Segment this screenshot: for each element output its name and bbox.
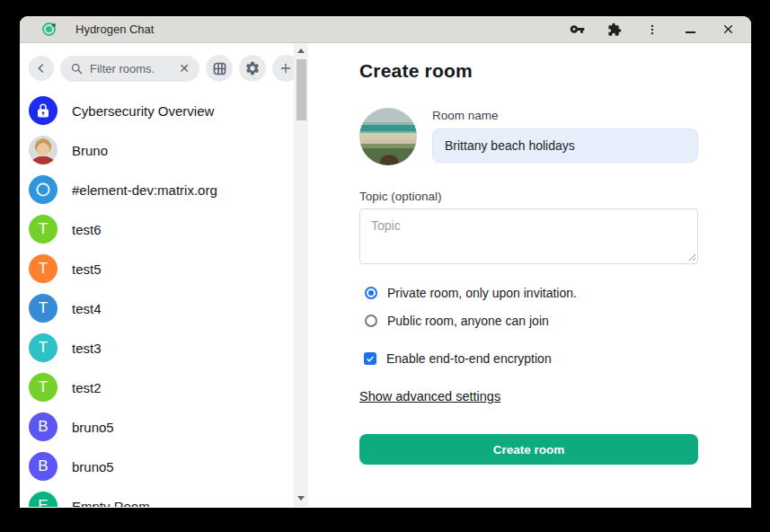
- scrollbar-thumb[interactable]: [296, 59, 306, 120]
- scroll-down-icon[interactable]: [297, 496, 305, 501]
- room-avatar: T: [29, 373, 58, 402]
- title-bar: Hydrogen Chat: [20, 16, 751, 43]
- encryption-checkbox: [364, 352, 376, 365]
- room-list-item[interactable]: T test4: [20, 288, 308, 328]
- show-advanced-settings-link[interactable]: Show advanced settings: [359, 389, 500, 403]
- room-list-item[interactable]: B bruno5: [20, 407, 308, 447]
- room-list-item[interactable]: T test2: [20, 368, 308, 407]
- key-icon[interactable]: [569, 22, 585, 38]
- room-avatar: T: [29, 294, 58, 323]
- create-room-button[interactable]: Create room: [359, 434, 698, 465]
- topic-input[interactable]: [359, 208, 698, 264]
- room-list: Cybersecurity Overview Bruno #element-de…: [20, 91, 308, 507]
- room-name-text: Empty Room: [72, 499, 150, 508]
- room-avatar: T: [29, 333, 58, 362]
- room-list-item[interactable]: T test3: [20, 328, 308, 368]
- room-name-text: test3: [72, 341, 102, 356]
- plus-icon: [279, 61, 293, 75]
- topic-label: Topic (optional): [359, 189, 698, 204]
- window-title: Hydrogen Chat: [75, 22, 154, 36]
- app-window: Hydrogen Chat: [20, 16, 751, 508]
- extensions-icon[interactable]: [606, 22, 623, 38]
- room-avatar: T: [29, 254, 58, 283]
- filter-rooms-placeholder: Filter rooms.: [90, 62, 173, 75]
- room-name-text: test4: [72, 301, 102, 316]
- filter-rooms-input[interactable]: Filter rooms. ✕: [60, 56, 199, 82]
- radio-private: [365, 287, 377, 299]
- room-list-item[interactable]: T test5: [20, 249, 308, 288]
- sidebar: Filter rooms. ✕ Cybersecurity Overview B…: [20, 43, 308, 507]
- scroll-up-icon[interactable]: [297, 49, 305, 53]
- sidebar-scrollbar[interactable]: [294, 43, 308, 507]
- room-name-text: bruno5: [72, 459, 114, 474]
- gear-icon: [244, 60, 261, 76]
- room-avatar: [29, 136, 58, 164]
- settings-button[interactable]: [239, 55, 266, 82]
- grid-view-button[interactable]: [206, 55, 233, 82]
- room-list-item[interactable]: #element-dev:matrix.org: [20, 170, 308, 209]
- room-avatar: B: [29, 452, 58, 481]
- room-name-text: Cybersecurity Overview: [72, 103, 214, 119]
- room-avatar: E: [29, 492, 58, 507]
- room-list-item[interactable]: B bruno5: [20, 447, 308, 486]
- page-title: Create room: [359, 59, 698, 83]
- room-name-text: Bruno: [72, 143, 108, 158]
- resize-handle-icon[interactable]: [687, 253, 696, 262]
- room-list-item[interactable]: T test6: [20, 209, 308, 249]
- privacy-options: Private room, only upon invitation. Publ…: [359, 284, 698, 330]
- back-button[interactable]: [29, 56, 54, 81]
- room-avatar: B: [29, 412, 58, 441]
- room-list-item[interactable]: Bruno: [20, 130, 308, 170]
- privacy-option-private[interactable]: Private room, only upon invitation.: [365, 284, 698, 302]
- encryption-option[interactable]: Enable end-to-end encryption: [359, 350, 698, 368]
- privacy-option-public[interactable]: Public room, anyone can join: [365, 312, 698, 330]
- room-avatar-picker[interactable]: [359, 108, 417, 165]
- room-list-item[interactable]: E Empty Room: [20, 486, 308, 507]
- create-room-panel: Create room Room name Topic (optional) P…: [308, 43, 751, 507]
- room-list-item[interactable]: Cybersecurity Overview: [20, 91, 308, 130]
- hydrogen-logo-icon: [42, 22, 56, 36]
- room-avatar: T: [29, 215, 58, 244]
- room-avatar: [29, 96, 58, 125]
- room-name-text: #element-dev:matrix.org: [72, 182, 217, 198]
- menu-kebab-icon[interactable]: [644, 22, 660, 38]
- room-name-label: Room name: [432, 108, 698, 123]
- room-name-input[interactable]: [432, 129, 698, 163]
- clear-filter-icon[interactable]: ✕: [179, 62, 190, 75]
- close-button[interactable]: [720, 22, 736, 38]
- room-name-text: test6: [72, 222, 102, 237]
- minimize-button[interactable]: [682, 22, 698, 38]
- search-icon: [70, 62, 84, 75]
- sidebar-header: Filter rooms. ✕: [20, 43, 308, 92]
- room-name-text: test2: [72, 380, 102, 395]
- room-avatar: [29, 175, 58, 204]
- room-name-text: test5: [72, 262, 102, 277]
- radio-public: [365, 315, 377, 327]
- room-name-text: bruno5: [72, 420, 114, 435]
